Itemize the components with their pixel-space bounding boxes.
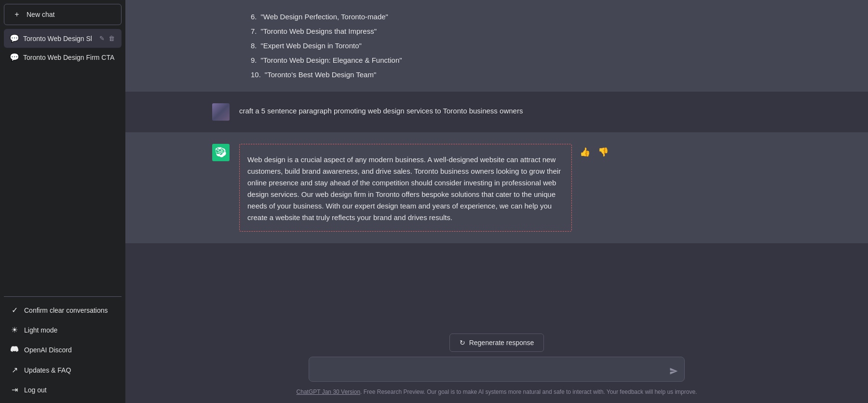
sidebar-item-toronto-firm[interactable]: 💬 Toronto Web Design Firm CTA xyxy=(4,48,122,67)
confirm-clear-label: Confirm clear conversations xyxy=(24,306,108,314)
ai-message-row: Web design is a crucial aspect of any mo… xyxy=(125,132,868,243)
list-item-9: 9."Toronto Web Design: Elegance & Functi… xyxy=(241,53,781,68)
checkmark-icon: ✓ xyxy=(10,306,19,315)
ai-message-content: Web design is a crucial aspect of any mo… xyxy=(239,144,781,232)
ai-avatar xyxy=(212,144,230,161)
footer-suffix: . Free Research Preview. Our goal is to … xyxy=(360,389,697,395)
regenerate-icon: ↻ xyxy=(460,339,465,347)
user-message-row: craft a 5 sentence paragraph promoting w… xyxy=(125,92,868,132)
discord-icon xyxy=(10,345,19,355)
discord-item[interactable]: OpenAI Discord xyxy=(4,340,122,360)
sun-icon: ☀ xyxy=(10,325,19,334)
sidebar: + New chat 💬 Toronto Web Design Sl ✎ 🗑 💬… xyxy=(0,0,125,403)
ai-message-actions: 👍 👎 xyxy=(578,144,610,158)
sidebar-divider xyxy=(4,296,122,297)
chat-item-label-2: Toronto Web Design Firm CTA xyxy=(23,54,116,61)
list-item-6: 6."Web Design Perfection, Toronto-made" xyxy=(241,10,781,24)
list-item-8: 8."Expert Web Design in Toronto" xyxy=(241,39,781,53)
updates-faq-item[interactable]: ↗ Updates & FAQ xyxy=(4,361,122,379)
new-chat-label: New chat xyxy=(27,11,54,18)
chat-messages: 6."Web Design Perfection, Toronto-made" … xyxy=(125,0,868,326)
user-avatar-image xyxy=(212,103,230,121)
user-message-text: craft a 5 sentence paragraph promoting w… xyxy=(239,103,781,117)
edit-icon[interactable]: ✎ xyxy=(98,34,106,43)
ai-message-text: Web design is a crucial aspect of any mo… xyxy=(247,152,564,223)
discord-label: OpenAI Discord xyxy=(24,346,72,354)
logout-label: Log out xyxy=(24,386,47,394)
ai-message-box: Web design is a crucial aspect of any mo… xyxy=(239,144,572,232)
thumbs-down-button[interactable]: 👎 xyxy=(596,146,610,158)
input-area xyxy=(309,357,685,384)
ai-row-inner: Web design is a crucial aspect of any mo… xyxy=(239,144,781,232)
light-mode-label: Light mode xyxy=(24,326,57,334)
sidebar-bottom: ✓ Confirm clear conversations ☀ Light mo… xyxy=(4,301,122,399)
new-chat-button[interactable]: + New chat xyxy=(4,4,122,25)
list-section: 6."Web Design Perfection, Toronto-made" … xyxy=(125,0,868,92)
regenerate-button[interactable]: ↻ Regenerate response xyxy=(449,334,544,352)
chat-bottom: ↻ Regenerate response ChatGPT Jan 30 Ver… xyxy=(125,326,868,403)
chat-icon-2: 💬 xyxy=(10,53,19,62)
user-avatar xyxy=(212,103,230,121)
send-button[interactable] xyxy=(669,367,678,377)
footer-text: ChatGPT Jan 30 Version. Free Research Pr… xyxy=(297,389,697,399)
light-mode-item[interactable]: ☀ Light mode xyxy=(4,320,122,339)
chat-item-label: Toronto Web Design Sl xyxy=(23,35,95,42)
confirm-clear-item[interactable]: ✓ Confirm clear conversations xyxy=(4,301,122,320)
thumbs-up-button[interactable]: 👍 xyxy=(578,146,592,158)
plus-icon: + xyxy=(12,10,22,19)
updates-faq-label: Updates & FAQ xyxy=(24,366,71,374)
list-item-10: 10."Toronto's Best Web Design Team" xyxy=(241,68,781,82)
sidebar-item-toronto-sl[interactable]: 💬 Toronto Web Design Sl ✎ 🗑 xyxy=(4,29,122,48)
external-link-icon: ↗ xyxy=(10,365,19,375)
list-item-7: 7."Toronto Web Designs that Impress" xyxy=(241,24,781,39)
main-content: 6."Web Design Perfection, Toronto-made" … xyxy=(125,0,868,403)
logout-icon: ⇥ xyxy=(10,385,19,394)
logout-item[interactable]: ⇥ Log out xyxy=(4,380,122,399)
regenerate-label: Regenerate response xyxy=(469,339,534,347)
conversation-list: 💬 Toronto Web Design Sl ✎ 🗑 💬 Toronto We… xyxy=(4,29,122,292)
chat-icon: 💬 xyxy=(10,34,19,43)
chat-item-actions: ✎ 🗑 xyxy=(98,34,116,43)
chat-input[interactable] xyxy=(309,357,685,382)
footer-link[interactable]: ChatGPT Jan 30 Version xyxy=(297,389,361,395)
delete-icon[interactable]: 🗑 xyxy=(108,34,116,43)
